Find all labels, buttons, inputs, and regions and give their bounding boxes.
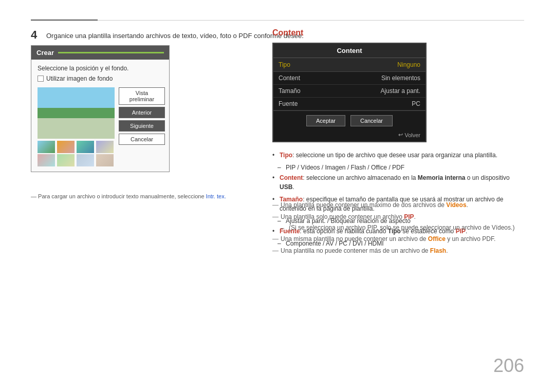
thumbnail-8[interactable] [96, 154, 114, 166]
crear-title: Crear [36, 49, 54, 57]
content-label-tamano: Tamaño [279, 87, 301, 95]
crear-checkbox-label: Utilizar imagen de fondo [46, 75, 113, 82]
intr-tex-link[interactable]: Intr. tex. [206, 193, 226, 199]
bullet-dot-2: • [272, 173, 280, 192]
aceptar-button[interactable]: Aceptar [306, 115, 345, 126]
thumbnail-3[interactable] [77, 141, 94, 153]
note-dash-3: ― [272, 234, 281, 244]
content-label-fuente: Fuente [279, 100, 298, 107]
content-value-tamano: Ajustar a pant. [381, 87, 420, 95]
note-2: ― Una plantilla solo puede contener un a… [272, 212, 524, 221]
sub-tipo-text: PIP / Vídeos / Imagen / Flash / Office /… [286, 163, 404, 172]
thumbnail-5[interactable] [38, 154, 55, 166]
top-bar-line [98, 20, 524, 21]
cancelar-dialog-button[interactable]: Cancelar [350, 115, 393, 126]
back-arrow-icon: ↩ [398, 132, 403, 138]
note-dash-2: ― [272, 212, 281, 221]
sub-bullet-tipo: – PIP / Vídeos / Imagen / Flash / Office… [278, 163, 524, 172]
vista-preliminar-button[interactable]: Vista preliminar [119, 87, 165, 105]
bullet-content: • Content: seleccione un archivo almacen… [272, 173, 524, 192]
note-1: ― Una plantilla puede contener un máximo… [272, 200, 524, 210]
thumbnail-2[interactable] [57, 141, 75, 153]
content-label-content: Content [279, 74, 300, 82]
col-tipo-label: Tipo [279, 61, 290, 68]
content-section-title: Content [272, 28, 524, 38]
crear-header-bar [58, 52, 164, 53]
note-4: ― Una plantilla no puede contener más de… [272, 246, 524, 255]
note-dash-1: ― [272, 200, 281, 210]
back-label: Volver [404, 132, 420, 138]
note-2-sub-dash: – [281, 224, 289, 232]
crear-content-area: Vista preliminar Anterior Siguiente Canc… [38, 87, 163, 166]
content-value-fuente: PC [412, 100, 420, 107]
content-value-content: Sin elementos [381, 74, 420, 82]
note-2-text: Una plantilla solo puede contener un arc… [281, 212, 524, 221]
note-3-text: Una misma plantilla no puede contener un… [281, 234, 524, 244]
intr-tex-text: Para cargar un archivo o introducir text… [38, 193, 204, 199]
crear-checkbox-row: Utilizar imagen de fondo [38, 75, 163, 82]
content-dialog: Content Tipo Ninguno Content Sin element… [272, 43, 427, 142]
sub-dash-1: – [278, 163, 286, 172]
content-row-tamano: Tamaño Ajustar a pant. [273, 85, 425, 98]
content-dialog-body: Tipo Ninguno Content Sin elementos Tamañ… [273, 58, 425, 110]
thumbnail-4[interactable] [96, 141, 114, 153]
thumbnail-7[interactable] [77, 154, 94, 166]
note-dash-4: ― [272, 246, 281, 255]
content-row-content: Content Sin elementos [273, 72, 425, 85]
thumbnail-6[interactable] [57, 154, 75, 166]
siguiente-button[interactable]: Siguiente [119, 120, 165, 132]
bullet-tipo-text: Tipo: seleccione un tipo de archivo que … [280, 151, 524, 160]
col-ninguno-label: Ninguno [397, 61, 420, 68]
crear-select-text: Seleccione la posición y el fondo. [38, 65, 163, 72]
cancelar-crear-button[interactable]: Cancelar [119, 134, 165, 145]
note-2-sub: – (Si se selecciona un archivo PIP, solo… [281, 224, 524, 232]
step-number: 4 [31, 28, 37, 42]
content-dialog-back: ↩ Volver [273, 130, 425, 141]
crear-buttons: Vista preliminar Anterior Siguiente Canc… [119, 87, 165, 166]
intr-tex-note: ― Para cargar un archivo o introducir te… [31, 193, 226, 199]
content-dialog-footer: Aceptar Cancelar [273, 110, 425, 130]
content-dialog-header: Content [273, 44, 425, 58]
crear-image-preview [38, 87, 115, 139]
notes-section: ― Una plantilla puede contener un máximo… [272, 200, 524, 258]
crear-checkbox[interactable] [38, 76, 44, 82]
step-description: Organice una plantilla insertando archiv… [46, 32, 304, 40]
content-row-fuente: Fuente PC [273, 98, 425, 110]
crear-thumbnails [38, 141, 115, 166]
top-bar [31, 20, 524, 21]
bullet-tipo: • Tipo: seleccione un tipo de archivo qu… [272, 151, 524, 160]
content-row-header: Tipo Ninguno [273, 58, 425, 72]
note-2-sub-text: (Si se selecciona un archivo PIP, solo s… [289, 224, 514, 232]
note-1-text: Una plantilla puede contener un máximo d… [281, 200, 524, 210]
crear-header: Crear [31, 46, 169, 60]
bullet-content-text: Content: seleccione un archivo almacenad… [280, 173, 524, 192]
crear-body: Seleccione la posición y el fondo. Utili… [31, 60, 169, 172]
anterior-button[interactable]: Anterior [119, 107, 165, 118]
thumbnail-1[interactable] [38, 141, 55, 153]
bullet-dot-1: • [272, 151, 280, 160]
page-number: 206 [493, 355, 524, 377]
top-bar-accent [31, 20, 98, 21]
back-text: ↩ Volver [398, 132, 420, 138]
note-4-text: Una plantilla no puede contener más de u… [281, 246, 524, 255]
note-3: ― Una misma plantilla no puede contener … [272, 234, 524, 244]
crear-dialog: Crear Seleccione la posición y el fondo.… [31, 45, 170, 172]
